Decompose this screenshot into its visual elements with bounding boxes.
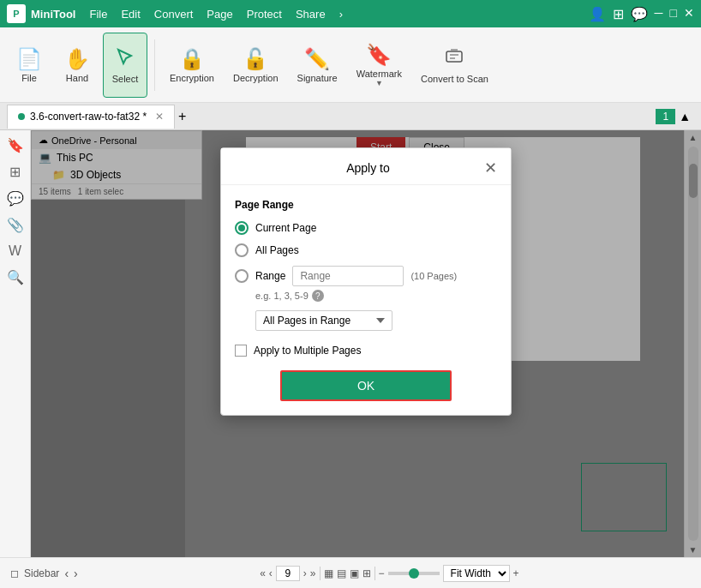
current-page-radio-inner (238, 225, 245, 231)
toolbar-signature[interactable]: ✏️ Signature (290, 33, 345, 98)
doc-area: ☁ OneDrive - Personal 💻 This PC 📁 3D Obj… (31, 130, 701, 557)
tab-dot (18, 113, 25, 120)
restore-button[interactable]: □ (670, 6, 677, 22)
attachment-icon[interactable]: 📎 (7, 217, 24, 233)
toolbar-hand-label: Hand (66, 73, 88, 83)
statusbar: ◻ Sidebar ‹ › « ‹ › » ▦ ▤ ▣ ⊞ − Fit Widt… (0, 557, 701, 588)
toolbar-watermark-label: Watermark (356, 69, 402, 79)
statusbar-left: ◻ Sidebar ‹ › (10, 567, 78, 580)
modal-close-button[interactable]: ✕ (484, 159, 497, 177)
toolbar-signature-label: Signature (297, 73, 338, 83)
zoom-out-btn[interactable]: − (379, 567, 385, 579)
minimize-button[interactable]: ─ (655, 6, 663, 22)
dropdown-row: All Pages in Range (255, 310, 497, 331)
toolbar-select-label: Select (112, 74, 139, 84)
app-logo: P (7, 4, 26, 23)
range-input[interactable] (292, 266, 404, 286)
menu-share[interactable]: Share (296, 8, 326, 21)
last-page-btn[interactable]: » (310, 567, 316, 579)
chat-icon[interactable]: 💬 (7, 190, 24, 207)
toolbar-watermark[interactable]: 🔖 Watermark ▼ (349, 33, 410, 98)
svg-rect-0 (446, 51, 462, 62)
page-number-input[interactable] (276, 566, 300, 581)
page-number-badge: 1 (656, 109, 675, 124)
modal-overlay: Apply to ✕ Page Range Current Page (31, 130, 701, 557)
menu-file[interactable]: File (89, 8, 107, 21)
text-icon[interactable]: W (9, 243, 21, 259)
apply-multiple-checkbox[interactable] (235, 345, 247, 357)
main-area: 🔖 ⊞ 💬 📎 W 🔍 ☁ OneDrive - Personal 💻 This… (0, 130, 701, 557)
sidebar-label: Sidebar (24, 567, 59, 579)
modal-body: Page Range Current Page All Pages (221, 185, 511, 415)
close-button[interactable]: ✕ (684, 6, 694, 22)
menu-convert[interactable]: Convert (154, 8, 194, 21)
user-icon[interactable]: 👤 (589, 6, 606, 22)
prev-page-btn[interactable]: ‹ (269, 567, 273, 579)
next-page-btn[interactable]: › (303, 567, 307, 579)
help-icon[interactable]: ? (312, 290, 324, 302)
sidebar-icons: 🔖 ⊞ 💬 📎 W 🔍 (0, 130, 31, 557)
search-icon[interactable]: 🔍 (7, 269, 24, 285)
menu-protect[interactable]: Protect (247, 8, 282, 21)
modal-title: Apply to (252, 161, 484, 175)
all-pages-radio[interactable] (235, 243, 249, 257)
toolbar-convert-scan-label: Convert to Scan (421, 74, 488, 84)
select-icon (115, 46, 135, 72)
range-hint-text: e.g. 1, 3, 5-9 (255, 291, 309, 301)
toolbar-encryption[interactable]: 🔒 Encryption (162, 33, 222, 98)
zoom-dropdown[interactable]: Fit Width (443, 565, 510, 582)
apply-to-modal: Apply to ✕ Page Range Current Page (220, 147, 512, 416)
view-icon-2[interactable]: ▤ (337, 567, 346, 579)
view-icon-1[interactable]: ▦ (324, 567, 333, 579)
scroll-up-btn[interactable]: ▲ (675, 110, 694, 123)
grid-icon[interactable]: ⊞ (9, 164, 21, 180)
current-page-option[interactable]: Current Page (235, 221, 497, 235)
apps-icon[interactable]: ⊞ (613, 6, 624, 22)
titlebar-menu: File Edit Convert Page Protect Share › (89, 8, 588, 21)
menu-page[interactable]: Page (207, 8, 232, 21)
range-row: Range (10 Pages) (235, 266, 497, 286)
zoom-in-btn[interactable]: + (513, 567, 519, 579)
document-tab[interactable]: 3.6-convert-raw-to-fat32 * ✕ (7, 105, 175, 129)
sidebar-next-btn[interactable]: › (74, 567, 78, 580)
sidebar-prev-btn[interactable]: ‹ (64, 567, 69, 580)
first-page-btn[interactable]: « (260, 567, 266, 579)
hand-icon: ✋ (64, 47, 90, 71)
zoom-slider[interactable] (388, 572, 440, 575)
range-radio[interactable] (235, 269, 249, 283)
tab-close-icon[interactable]: ✕ (155, 111, 164, 123)
toolbar-file-label: File (21, 73, 37, 83)
toolbar-hand[interactable]: ✋ Hand (55, 33, 99, 98)
tabbar: 3.6-convert-raw-to-fat32 * ✕ + 1 ▲ (0, 103, 701, 130)
signature-icon: ✏️ (304, 47, 330, 71)
current-page-radio[interactable] (235, 221, 249, 235)
view-icon-4[interactable]: ⊞ (362, 567, 371, 579)
pages-in-range-dropdown[interactable]: All Pages in Range (255, 310, 392, 331)
all-pages-label: All Pages (255, 244, 299, 256)
statusbar-sep2 (374, 567, 375, 580)
comment-icon[interactable]: 💬 (631, 6, 648, 22)
current-page-label: Current Page (255, 222, 316, 234)
toolbar: 📄 File ✋ Hand Select 🔒 Encryption 🔓 Decr… (0, 27, 701, 103)
app-brand: MiniTool (31, 8, 75, 21)
encryption-icon: 🔒 (179, 47, 205, 71)
convert-scan-icon (444, 46, 464, 72)
range-hint: e.g. 1, 3, 5-9 ? (255, 290, 497, 302)
toolbar-file[interactable]: 📄 File (7, 33, 51, 98)
menu-more[interactable]: › (339, 8, 343, 21)
range-label: Range (255, 270, 285, 282)
titlebar-controls: 👤 ⊞ 💬 ─ □ ✕ (589, 6, 694, 22)
view-icon-3[interactable]: ▣ (350, 567, 359, 579)
bookmark-icon[interactable]: 🔖 (7, 137, 24, 153)
range-pages-count: (10 Pages) (410, 271, 457, 281)
apply-multiple-row: Apply to Multiple Pages (235, 345, 497, 357)
all-pages-option[interactable]: All Pages (235, 243, 497, 257)
decryption-icon: 🔓 (243, 47, 268, 71)
menu-edit[interactable]: Edit (121, 8, 140, 21)
ok-button[interactable]: OK (280, 370, 452, 401)
toolbar-select[interactable]: Select (103, 33, 147, 98)
toolbar-decryption[interactable]: 🔓 Decryption (225, 33, 286, 98)
add-tab-button[interactable]: + (178, 109, 186, 124)
toolbar-convert-to-scan[interactable]: Convert to Scan (413, 33, 496, 98)
modal-header: Apply to ✕ (221, 148, 511, 185)
